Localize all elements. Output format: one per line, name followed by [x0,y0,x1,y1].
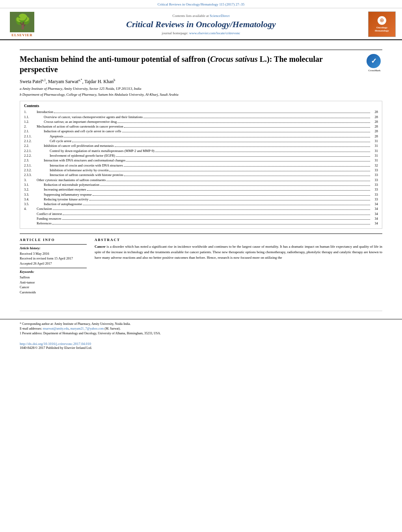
toc-num: 2.2. [24,143,44,148]
toc-dots [124,166,370,167]
toc-num: 1.2. [24,119,44,124]
toc-row-conflict: Conflict of interest34 [24,211,378,216]
revised-date: Received in revised form 15 April 2017 [20,256,87,261]
toc-page: 31 [371,153,378,158]
keyword-cancer: Cancer [20,285,87,290]
toc-num: 2.1.2. [24,139,50,143]
toc-num: 3.3. [24,192,44,197]
accepted-date: Accepted 26 April 2017 [20,261,87,266]
contents-table: 1. Introduction28 1.1. Overview of cance… [24,109,378,226]
toc-dots [116,156,370,157]
doi-section: http://dx.doi.org/10.1016/j.critrevonc.2… [0,341,402,350]
journal-homepage: journal homepage: www.elsevier.com/locat… [38,31,364,35]
toc-text: Reduction of microtubule polymerization3… [44,182,378,187]
toc-dots [52,224,370,224]
author1-name: Sweta Patel [20,79,42,84]
toc-num: 2.2.2. [24,153,50,158]
present-address-note: 1 Present address: Department of Hematol… [20,331,382,336]
toc-num: 2.3.1. [24,163,50,168]
toc-text: Conflict of interest34 [37,211,378,216]
abstract-text: Cancer is a disorder which has noted a s… [95,244,382,261]
crossmark-label: CrossMark [367,69,382,72]
toc-num: 2.3. [24,158,44,163]
science-direct-link[interactable]: ScienceDirect [210,14,229,18]
elsevier-logo: ELSEVIER [6,12,38,37]
email1-link[interactable]: msarwat@amity.edu [43,327,69,330]
toc-num: 2.1. [24,129,44,133]
toc-row-1-1: 1.1. Overview of cancer, various chemopr… [24,115,378,119]
toc-page: 28 [371,109,378,114]
keyword-carotenoids: Carotenoids [20,290,87,295]
footer-separator [20,311,382,311]
toc-row-references: References34 [24,221,378,226]
toc-row-4: 4. Conclusion34 [24,206,378,211]
toc-text: Introduction28 [37,109,378,114]
toc-page: 33 [371,178,378,182]
toc-dots [122,132,370,132]
toc-row-2-3-2: 2.3.2. Inhibition of telomerase activity… [24,168,378,172]
toc-row-3-1: 3.1. Reduction of microtubule polymeriza… [24,182,378,187]
toc-page: 33 [371,168,378,172]
toc-page: 31 [371,139,378,143]
toc-text: References34 [37,221,378,226]
affil-b-text: b Department of Pharmacology, College of… [20,93,179,96]
toc-text: Crocus sativus; as an important chemopre… [44,119,378,124]
toc-num: 3.5. [24,202,44,206]
homepage-link[interactable]: www.elsevier.com/locate/critrevonc [189,31,240,35]
journal-logo-right: Oncology Hematology [364,11,396,37]
toc-page: 33 [371,192,378,197]
toc-page: 28 [371,124,378,129]
toc-dots [93,195,370,196]
toc-page: 34 [371,221,378,226]
toc-text: Reducing tyrosine kinase activity33 [44,197,378,202]
crossmark-icon [367,54,381,68]
toc-num [24,221,37,226]
toc-page: 28 [371,119,378,124]
toc-text: Interaction of saffron carotenoids with … [50,172,378,177]
toc-row-2: 2. Mechanism of action of saffron carote… [24,124,378,129]
title-start: Mechanism behind the anti-tumour potenti… [20,55,210,63]
toc-num [24,216,37,221]
toc-dots [100,185,370,186]
toc-page: 34 [371,206,378,211]
toc-dots [143,118,370,118]
toc-dots [106,181,370,181]
email2-link[interactable]: maryam21_7@yahoo.com [70,327,104,330]
corresponding-author-note: * Corresponding author at: Amity Institu… [20,322,382,326]
toc-num: 2. [24,124,37,129]
journal-citation: Critical Reviews in Oncology/Hematology … [158,2,245,6]
toc-page: 28 [371,134,378,139]
toc-page: 33 [371,187,378,192]
logo-text: Oncology Hematology [375,26,389,33]
title-italic: Crocus sativus [210,55,258,63]
toc-dots [54,113,370,113]
toc-num: 3.4. [24,197,44,202]
toc-dots [62,219,370,220]
toc-page: 28 [371,129,378,133]
toc-row-funding: Funding resources34 [24,216,378,221]
toc-dots [53,209,370,210]
doi-link[interactable]: http://dx.doi.org/10.1016/j.critrevonc.2… [20,342,91,346]
toc-dots [124,176,370,176]
toc-page: 34 [371,216,378,221]
toc-text: Interaction with DNA structures and conf… [44,158,378,163]
toc-dots [89,200,370,200]
toc-page: 33 [371,182,378,187]
journal-logo-box: Oncology Hematology [368,11,396,37]
toc-num: 2.3.2. [24,168,50,172]
toc-text: Mechanism of action of saffron carotenoi… [37,124,378,129]
article-info-column: ARTICLE INFO Article history: Received 3… [20,238,87,295]
toc-text: Control by down-regulation of matrix met… [50,148,378,153]
page: Critical Reviews in Oncology/Hematology … [0,0,402,532]
toc-page: 33 [371,172,378,177]
author3-sup: b [114,78,115,82]
toc-dots [115,146,370,147]
affiliation-b: b Department of Pharmacology, College of… [20,92,382,97]
email-suffix: (M. Sarwat). [104,327,121,330]
abstract-heading: ABSTRACT [95,238,382,242]
toc-dots [87,190,370,191]
toc-page: 28 [371,115,378,119]
toc-num: 3.2. [24,187,44,192]
toc-num: 1. [24,109,37,114]
toc-dots [124,127,370,128]
